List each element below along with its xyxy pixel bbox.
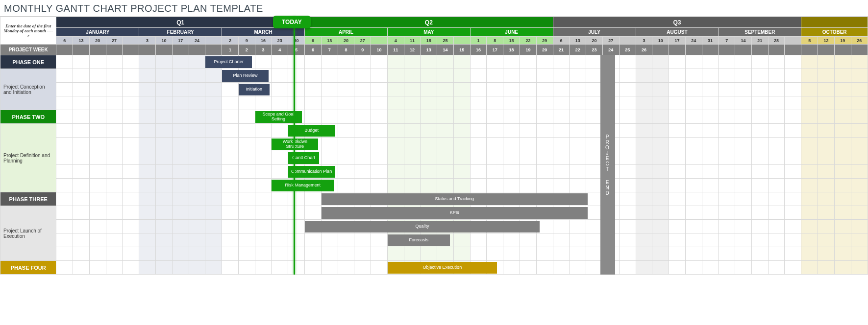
grid-cell[interactable] [851,83,868,96]
grid-cell[interactable]: KPIs [321,206,338,220]
grid-cell[interactable] [536,179,553,192]
grid-cell[interactable] [89,261,106,275]
grid-cell[interactable] [321,151,338,165]
grid-cell[interactable] [768,179,785,192]
grid-cell[interactable] [719,151,735,165]
grid-cell[interactable] [255,192,272,206]
grid-cell[interactable] [636,55,652,69]
grid-cell[interactable] [470,233,487,247]
grid-cell[interactable] [305,96,322,110]
grid-cell[interactable] [719,165,735,179]
grid-cell[interactable] [205,124,222,138]
grid-cell[interactable] [636,151,652,165]
gantt-bar[interactable]: Project Charter [205,56,252,68]
grid-cell[interactable] [553,247,570,261]
grid-cell[interactable] [536,124,553,138]
grid-cell[interactable] [487,124,503,138]
grid-cell[interactable] [702,165,719,179]
grid-cell[interactable] [453,96,470,110]
grid-cell[interactable] [205,151,222,165]
grid-cell[interactable] [288,206,305,220]
grid-cell[interactable] [222,96,239,110]
grid-cell[interactable] [834,69,851,83]
gantt-bar[interactable]: Initiation [239,84,270,95]
grid-cell[interactable] [619,165,636,179]
grid-cell[interactable] [719,261,735,275]
grid-cell[interactable] [768,124,785,138]
grid-cell[interactable] [520,69,537,83]
grid-cell[interactable] [702,206,719,220]
grid-cell[interactable] [702,151,719,165]
grid-cell[interactable] [470,138,487,151]
grid-cell[interactable] [172,138,189,151]
grid-cell[interactable] [437,138,454,151]
grid-cell[interactable] [156,138,173,151]
grid-cell[interactable] [453,55,470,69]
grid-cell[interactable] [421,179,437,192]
grid-cell[interactable] [702,233,719,247]
grid-cell[interactable] [503,233,520,247]
grid-cell[interactable] [751,55,768,69]
grid-cell[interactable] [338,261,354,275]
grid-cell[interactable] [619,124,636,138]
grid-cell[interactable] [288,233,305,247]
grid-cell[interactable] [205,83,222,96]
grid-cell[interactable] [487,165,503,179]
grid-cell[interactable] [636,124,652,138]
grid-cell[interactable] [305,233,322,247]
grid-cell[interactable] [272,69,288,83]
grid-cell[interactable] [619,192,636,206]
grid-cell[interactable] [652,151,669,165]
grid-cell[interactable] [636,220,652,233]
grid-cell[interactable] [453,110,470,124]
grid-cell[interactable] [56,151,73,165]
grid-cell[interactable] [172,220,189,233]
grid-cell[interactable] [56,192,73,206]
grid-cell[interactable] [669,220,686,233]
grid-cell[interactable] [371,151,388,165]
grid-cell[interactable] [702,261,719,275]
grid-cell[interactable] [834,165,851,179]
grid-cell[interactable] [619,55,636,69]
grid-cell[interactable] [487,138,503,151]
grid-cell[interactable] [751,83,768,96]
grid-cell[interactable] [636,233,652,247]
grid-cell[interactable] [56,165,73,179]
grid-cell[interactable] [123,179,139,192]
gantt-bar[interactable]: Plan Review [222,70,269,82]
grid-cell[interactable] [503,261,520,275]
grid-cell[interactable]: Objective Execution [387,261,404,275]
grid-cell[interactable] [719,179,735,192]
grid-cell[interactable] [652,206,669,220]
grid-cell[interactable] [851,261,868,275]
grid-cell[interactable] [354,124,371,138]
grid-cell[interactable] [56,69,73,83]
grid-cell[interactable] [222,83,239,96]
grid-cell[interactable] [751,247,768,261]
grid-cell[interactable] [536,151,553,165]
grid-cell[interactable] [834,96,851,110]
grid-cell[interactable] [536,165,553,179]
grid-cell[interactable] [553,69,570,83]
grid-cell[interactable] [139,192,156,206]
grid-cell[interactable] [818,233,835,247]
grid-cell[interactable] [453,151,470,165]
grid-cell[interactable] [189,220,205,233]
grid-cell[interactable] [305,69,322,83]
grid-cell[interactable] [421,69,437,83]
grid-cell[interactable] [719,55,735,69]
grid-cell[interactable] [338,110,354,124]
grid-cell[interactable] [553,261,570,275]
grid-cell[interactable] [354,261,371,275]
grid-cell[interactable] [652,55,669,69]
grid-cell[interactable] [851,69,868,83]
grid-cell[interactable] [553,233,570,247]
grid-cell[interactable] [222,247,239,261]
grid-cell[interactable] [652,233,669,247]
grid-cell[interactable] [172,261,189,275]
grid-cell[interactable] [421,110,437,124]
grid-cell[interactable] [272,220,288,233]
grid-cell[interactable] [255,151,272,165]
grid-cell[interactable] [487,55,503,69]
grid-cell[interactable] [437,247,454,261]
